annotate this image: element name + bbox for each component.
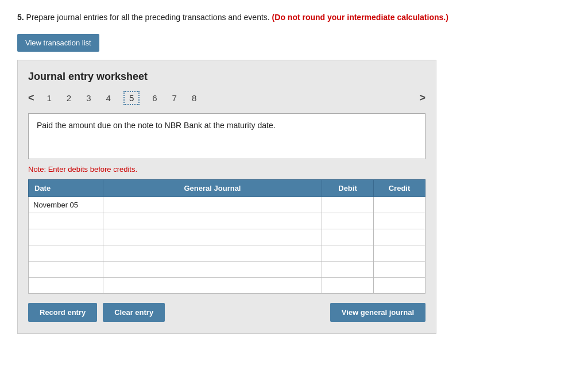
table-row	[29, 213, 425, 229]
journal-input-2[interactable]	[103, 213, 322, 229]
tab-8[interactable]: 8	[189, 92, 199, 104]
debit-input-4[interactable]	[322, 245, 373, 261]
question-text: Prepare journal entries for all the prec…	[26, 13, 272, 22]
worksheet-container: Journal entry worksheet < 1 2 3 4 5 6 7 …	[17, 60, 436, 334]
table-row	[29, 229, 425, 245]
view-general-journal-button[interactable]: View general journal	[330, 303, 425, 322]
table-row	[29, 262, 425, 278]
journal-input-5[interactable]	[103, 262, 322, 277]
journal-cell-6[interactable]	[103, 278, 322, 294]
debit-input-2[interactable]	[322, 213, 373, 229]
credit-cell-5[interactable]	[374, 262, 425, 278]
credit-input-2[interactable]	[374, 213, 425, 229]
journal-cell-3[interactable]	[103, 229, 322, 245]
credit-input-4[interactable]	[374, 245, 425, 261]
tab-3[interactable]: 3	[84, 92, 93, 104]
prev-arrow[interactable]: <	[28, 92, 34, 104]
date-cell-4	[29, 245, 103, 262]
worksheet-title: Journal entry worksheet	[28, 71, 425, 83]
credit-cell-2[interactable]	[374, 213, 425, 229]
credit-cell-4[interactable]	[374, 245, 425, 262]
credit-input-5[interactable]	[374, 262, 425, 277]
credit-cell-6[interactable]	[374, 278, 425, 294]
question-number: 5.	[17, 13, 24, 22]
journal-input-4[interactable]	[103, 245, 322, 261]
col-general-journal: General Journal	[103, 180, 322, 197]
question-warning: (Do not round your intermediate calculat…	[272, 13, 448, 22]
tab-7[interactable]: 7	[170, 92, 179, 104]
credit-input-3[interactable]	[374, 229, 425, 245]
tab-navigation: < 1 2 3 4 5 6 7 8 >	[28, 91, 425, 105]
action-buttons: Record entry Clear entry View general jo…	[28, 303, 425, 322]
tab-6[interactable]: 6	[150, 92, 159, 104]
credit-input-6[interactable]	[374, 278, 425, 293]
debit-input-6[interactable]	[322, 278, 373, 293]
view-transaction-button[interactable]: View transaction list	[17, 34, 99, 52]
col-credit: Credit	[374, 180, 425, 197]
clear-entry-button[interactable]: Clear entry	[103, 303, 165, 322]
credit-input-1[interactable]	[374, 197, 425, 213]
debit-input-5[interactable]	[322, 262, 373, 277]
journal-cell-5[interactable]	[103, 262, 322, 278]
journal-cell-4[interactable]	[103, 245, 322, 262]
journal-cell-1[interactable]	[103, 197, 322, 213]
table-row: November 05	[29, 197, 425, 213]
date-cell-3	[29, 229, 103, 245]
debit-input-1[interactable]	[322, 197, 373, 213]
journal-table: Date General Journal Debit Credit Novemb…	[28, 179, 425, 294]
debit-input-3[interactable]	[322, 229, 373, 245]
tab-2[interactable]: 2	[64, 92, 74, 104]
tab-5[interactable]: 5	[123, 91, 140, 105]
col-debit: Debit	[322, 180, 374, 197]
question-header: 5. Prepare journal entries for all the p…	[17, 11, 571, 24]
debit-cell-3[interactable]	[322, 229, 374, 245]
col-date: Date	[29, 180, 103, 197]
debit-cell-2[interactable]	[322, 213, 374, 229]
record-entry-button[interactable]: Record entry	[28, 303, 97, 322]
journal-cell-2[interactable]	[103, 213, 322, 229]
date-cell-2	[29, 213, 103, 229]
journal-input-3[interactable]	[103, 229, 322, 245]
date-cell-1: November 05	[29, 197, 103, 213]
date-cell-5	[29, 262, 103, 278]
transaction-description: Paid the amount due on the note to NBR B…	[28, 113, 425, 159]
debit-cell-1[interactable]	[322, 197, 374, 213]
debit-cell-4[interactable]	[322, 245, 374, 262]
tab-1[interactable]: 1	[45, 92, 54, 104]
debit-cell-5[interactable]	[322, 262, 374, 278]
table-row	[29, 245, 425, 262]
tab-4[interactable]: 4	[104, 92, 113, 104]
table-row	[29, 278, 425, 294]
next-arrow[interactable]: >	[419, 92, 425, 104]
credit-cell-1[interactable]	[374, 197, 425, 213]
debit-cell-6[interactable]	[322, 278, 374, 294]
debit-credit-note: Note: Enter debits before credits.	[28, 165, 425, 174]
journal-input-1[interactable]	[103, 197, 322, 213]
date-cell-6	[29, 278, 103, 294]
credit-cell-3[interactable]	[374, 229, 425, 245]
journal-input-6[interactable]	[103, 278, 322, 293]
